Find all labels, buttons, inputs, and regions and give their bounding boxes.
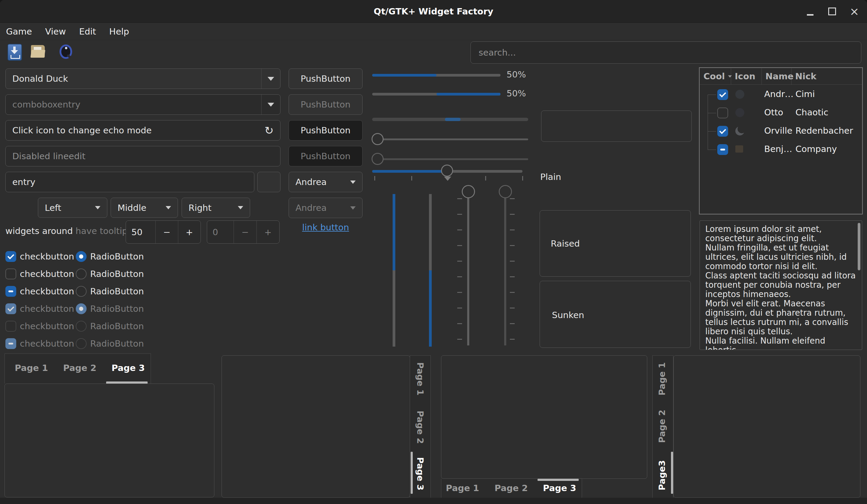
text-line: torquent per conubia nostra, per [705,280,858,289]
comboboxentry[interactable]: comboboxentry [6,94,280,115]
checkbox-indeterminate-disabled [6,338,16,349]
textview-scrollbar-thumb[interactable] [858,223,860,270]
spinbutton-disabled-value: 0 [207,221,234,243]
radiobutton-selected[interactable] [76,251,87,262]
tab-page2[interactable]: Page 2 [494,483,528,493]
tree-cell-name[interactable]: Andr… [764,89,794,99]
tree-cell-nick[interactable]: Redenbacher [795,125,853,136]
menu-view[interactable]: View [45,26,66,37]
pushbutton-normal[interactable]: PushButton [289,68,363,89]
tooltip-label-dim: have tooltips [75,226,132,236]
radiobutton-unselected[interactable] [76,286,87,297]
notebook-left-panel [673,355,860,498]
column-header-cool[interactable]: Cool [700,68,731,84]
chevron-down-icon [165,206,171,209]
tree-branch-line [708,131,716,132]
menu-edit[interactable]: Edit [79,26,96,37]
tab-page1[interactable]: Page 1 [446,483,479,493]
checkbox-label: checkbutton [20,321,74,332]
tab-page1[interactable]: Page 1 [15,363,48,373]
close-button[interactable]: × [845,0,864,23]
menu-help[interactable]: Help [109,26,129,37]
combobox-middle[interactable]: Middle [111,198,178,218]
menu-game[interactable]: Game [6,26,32,37]
horizontal-scrollbar[interactable] [372,118,528,121]
entry-field[interactable] [6,172,254,192]
spinbutton-plus[interactable]: + [178,221,201,243]
checkbox-label: checkbutton [20,251,74,262]
app-window: Qt/GTK+ Widget Factory × Game View Edit … [0,0,867,504]
search-icon [58,44,73,59]
combobox-donald-duck[interactable]: Donald Duck [6,68,280,89]
checkbox-label: checkbutton [20,303,74,314]
vscale-handle[interactable] [462,185,475,198]
text-line: dignissim, dui et pharetra rutrum, [705,308,858,317]
open-button[interactable] [30,44,46,60]
column-header-icon[interactable]: Icon [731,68,762,84]
tab-page3-active[interactable]: Page 3 [111,363,145,373]
tab-page3-active[interactable]: Page 3 [543,483,576,493]
spinbutton-value[interactable]: 50 [126,221,156,243]
hscale-disabled [374,158,528,160]
vscale[interactable] [467,189,469,346]
tab-page2[interactable]: Page 2 [415,410,425,444]
tab-page2[interactable]: Page 2 [657,410,667,443]
radiobutton-unselected[interactable] [76,269,87,280]
notebook-left-tabbar: Page 1 Page 2 Page3 [652,355,673,498]
hscale-marks-handle[interactable] [441,165,453,177]
column-header-nick[interactable]: Nick [792,68,862,84]
tree-row-checkbox-unchecked[interactable] [717,108,728,118]
tab-page3-active[interactable]: Page 3 [415,457,425,491]
tab-page1[interactable]: Page 1 [415,362,425,396]
progressbar-rtl-label: 50% [506,88,526,99]
checkbox-unchecked[interactable] [6,269,16,280]
vprogress-up [429,194,432,347]
refresh-icon[interactable]: ↻ [265,124,274,137]
titlebar: Qt/GTK+ Widget Factory × [0,0,867,23]
spinbutton-disabled-minus: − [234,221,256,243]
maximize-button[interactable] [823,0,841,23]
tree-row-checkbox-checked[interactable] [717,126,728,137]
tree-row-checkbox-indeterminate[interactable] [717,144,728,155]
notebook-top-panel [4,384,214,497]
entry-input[interactable] [12,177,247,187]
pushbutton-active[interactable]: PushButton [289,120,363,141]
text-line: ultrices, elit lacus ultricies nibh, id [705,252,858,262]
tree-cell-nick[interactable]: Chaotic [795,107,828,118]
column-header-name[interactable]: Name [762,68,792,84]
tree-cell-name[interactable]: Benj… [764,144,792,154]
tree-row-checkbox-checked[interactable] [717,89,728,100]
hscale[interactable] [374,139,528,140]
spinbutton-minus[interactable]: − [156,221,178,243]
tree-cell-name[interactable]: Orville [764,125,792,136]
lorem-textview[interactable]: Lorem ipsum dolor sit amet, consectetur … [699,220,862,350]
search-input[interactable] [478,47,854,58]
checkbox-indeterminate[interactable] [6,286,16,297]
entry-mini-button[interactable] [257,172,280,192]
hscale-handle[interactable] [372,133,384,145]
checkbox-checked[interactable] [6,251,16,262]
tree-cell-nick[interactable]: Company [795,144,837,154]
vprogress-up-fill [429,270,432,347]
notebook-bottom-panel [441,355,647,479]
echo-mode-entry[interactable]: ↻ [6,120,280,141]
combobox-left[interactable]: Left [38,198,107,218]
notebook-right-tabbar: Page 1 Page 2 Page 3 [410,355,431,498]
find-button[interactable] [57,44,73,60]
scrollbar-thumb[interactable] [445,118,461,121]
close-icon: × [849,0,859,23]
tree-cell-name[interactable]: Otto [764,107,783,118]
pushbutton-disabled: PushButton [289,94,363,115]
tab-page3-active[interactable]: Page3 [657,460,667,491]
minimize-button[interactable] [801,0,819,23]
save-button[interactable] [7,44,23,60]
disabled-lineedit-input [12,151,274,161]
tab-page1[interactable]: Page 1 [657,362,667,396]
active-tab-indicator [671,452,673,494]
combobox-right[interactable]: Right [182,198,250,218]
echo-mode-input[interactable] [12,125,265,135]
tab-page2[interactable]: Page 2 [63,363,96,373]
tree-cell-nick[interactable]: Cimi [795,89,815,99]
combobox-andrea[interactable]: Andrea [289,172,363,192]
link-button[interactable]: link button [302,222,349,232]
